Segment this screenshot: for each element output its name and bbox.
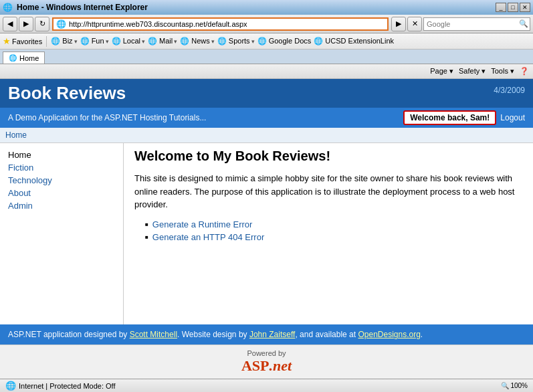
tab-icon: 🌐 <box>9 54 17 62</box>
zoom-level: 100% <box>510 382 528 389</box>
aspnet-net: .net <box>269 357 292 374</box>
browser-icon: 🌐 <box>3 3 13 12</box>
fav-sports[interactable]: 🌐 Sports ▾ <box>217 37 255 45</box>
site-subheader: A Demo Application for the ASP.NET Hosti… <box>0 108 533 128</box>
status-left: 🌐 Internet | Protected Mode: Off <box>5 381 116 391</box>
main-paragraph: This site is designed to mimic a simple … <box>134 172 522 211</box>
site-subtitle: A Demo Application for the ASP.NET Hosti… <box>8 113 206 122</box>
browser-content: Book Reviews 4/3/2009 A Demo Application… <box>0 79 533 379</box>
sidebar-item-fiction[interactable]: Fiction <box>8 161 115 174</box>
nav-bar: ◀ ▶ ↻ 🌐 http://httpruntime.web703.discou… <box>0 15 533 33</box>
sidebar-nav: Home Fiction Technology About Admin <box>8 149 115 212</box>
zoom-control[interactable]: 🔍 100% <box>501 382 528 389</box>
welcome-logout: Welcome back, Sam! Logout <box>403 110 525 125</box>
aspnet-footer: Powered by ASP.net <box>0 345 533 379</box>
footer-text4: . <box>421 330 423 339</box>
fav-google-docs[interactable]: 🌐 Google Docs <box>257 37 312 45</box>
favorites-star[interactable]: ★ Favorites <box>3 36 42 46</box>
fav-fun[interactable]: 🌐 Fun ▾ <box>80 37 109 45</box>
safety-menu[interactable]: Safety ▾ <box>459 67 486 76</box>
status-bar: 🌐 Internet | Protected Mode: Off 🔍 100% <box>0 379 533 392</box>
site-date: 4/3/2009 <box>494 83 525 95</box>
sidebar-item-home[interactable]: Home <box>8 149 115 161</box>
search-icon: 🔍 <box>519 19 528 28</box>
star-icon: ★ <box>3 36 11 46</box>
sidebar-item-admin[interactable]: Admin <box>8 199 115 212</box>
fav-news[interactable]: 🌐 News ▾ <box>180 37 215 45</box>
address-text: http://httpruntime.web703.discountasp.ne… <box>69 20 385 28</box>
sidebar-item-about[interactable]: About <box>8 187 115 199</box>
runtime-error-link[interactable]: Generate a Runtime Error <box>152 219 253 229</box>
footer-text2: . Website design by <box>177 330 249 339</box>
list-item: Generate an HTTP 404 Error <box>145 231 522 243</box>
home-tab[interactable]: 🌐 Home <box>3 52 45 64</box>
tab-bar: 🌐 Home <box>0 50 533 64</box>
welcome-badge: Welcome back, Sam! <box>403 110 496 125</box>
search-input[interactable] <box>427 20 519 28</box>
help-button[interactable]: ❓ <box>520 67 529 76</box>
close-button[interactable]: ✕ <box>520 3 530 12</box>
powered-by-text: Powered by <box>4 349 529 357</box>
forward-button[interactable]: ▶ <box>19 17 33 31</box>
fav-ucsd[interactable]: 🌐 UCSD ExtensionLink <box>314 37 394 45</box>
tab-label: Home <box>19 54 39 62</box>
minimize-button[interactable]: _ <box>496 3 506 12</box>
logout-button[interactable]: Logout <box>500 113 525 122</box>
reload-button[interactable]: ↻ <box>35 17 49 31</box>
footer-site-link[interactable]: OpenDesigns.org <box>358 330 420 339</box>
breadcrumb: Home <box>0 128 533 143</box>
favorites-label: Favorites <box>12 37 42 45</box>
breadcrumb-text: Home <box>5 130 27 140</box>
fav-mail[interactable]: 🌐 Mail ▾ <box>148 37 177 45</box>
favorites-bar: ★ Favorites 🌐 Biz ▾ 🌐 Fun ▾ 🌐 Local ▾ 🌐 … <box>0 33 533 50</box>
tools-menu[interactable]: Tools ▾ <box>491 67 514 76</box>
footer-designer-link[interactable]: John Zaitseff <box>249 330 295 339</box>
go-button[interactable]: ▶ <box>391 17 406 31</box>
fav-local[interactable]: 🌐 Local ▾ <box>112 37 145 45</box>
link-list: Generate a Runtime Error Generate an HTT… <box>145 218 522 243</box>
sidebar: Home Fiction Technology About Admin <box>0 143 124 324</box>
maximize-button[interactable]: □ <box>508 3 518 12</box>
back-button[interactable]: ◀ <box>3 17 17 31</box>
main-heading: Welcome to My Book Reviews! <box>134 149 522 164</box>
page-menu[interactable]: Page ▾ <box>430 67 453 76</box>
footer-text1: ASP.NET application designed by <box>8 330 130 339</box>
sidebar-item-technology[interactable]: Technology <box>8 174 115 187</box>
title-bar: 🌐 Home - Windows Internet Explorer _ □ ✕ <box>0 0 533 15</box>
page-icon: 🌐 <box>56 19 66 29</box>
http-404-link[interactable]: Generate an HTTP 404 Error <box>152 232 264 242</box>
main-content: Welcome to My Book Reviews! This site is… <box>124 143 533 324</box>
status-right: 🔍 100% <box>501 382 528 389</box>
address-bar[interactable]: 🌐 http://httpruntime.web703.discountasp.… <box>52 17 389 31</box>
status-text: Internet | Protected Mode: Off <box>19 382 116 390</box>
aspnet-logo: ASP.net <box>4 357 529 375</box>
window-title: Home - Windows Internet Explorer <box>17 3 148 12</box>
footer-author-link[interactable]: Scott Mitchell <box>130 330 177 339</box>
footer-text3: , and available at <box>295 330 358 339</box>
aspnet-asp: ASP <box>241 357 270 374</box>
search-bar[interactable]: 🔍 <box>423 17 530 31</box>
status-icon: 🌐 <box>5 381 16 391</box>
site-title: Book Reviews <box>8 83 126 104</box>
ie-toolbar: Page ▾ Safety ▾ Tools ▾ ❓ <box>0 64 533 79</box>
page-layout: Home Fiction Technology About Admin Welc… <box>0 143 533 324</box>
stop-button[interactable]: ✕ <box>407 17 422 31</box>
list-item: Generate a Runtime Error <box>145 218 522 231</box>
fav-biz[interactable]: 🌐 Biz ▾ <box>51 37 77 45</box>
site-footer: ASP.NET application designed by Scott Mi… <box>0 324 533 345</box>
site-header: Book Reviews 4/3/2009 <box>0 79 533 108</box>
separator <box>46 36 47 47</box>
